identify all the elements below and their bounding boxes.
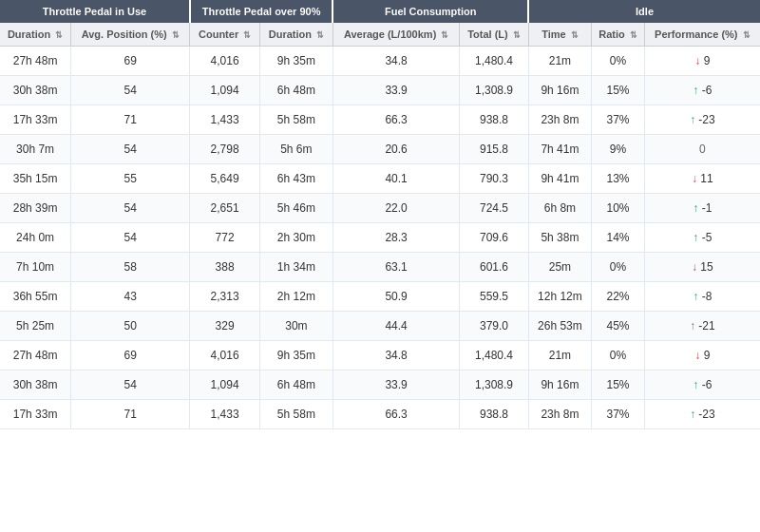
table-row: 30h 7m542,7985h 6m20.6915.87h 41m9%0 — [0, 135, 760, 164]
table-row: 5h 25m5032930m44.4379.026h 53m45% -21 — [0, 312, 760, 341]
cell-ratio: 15% — [592, 370, 644, 400]
cell-time: 26h 53m — [528, 312, 592, 341]
cell-perf: -23 — [644, 400, 760, 429]
group-throttle-over90: Throttle Pedal over 90% — [190, 0, 333, 23]
cell-total-fuel: 379.0 — [460, 312, 528, 341]
cell-counter: 4,016 — [190, 47, 260, 76]
cell-time: 9h 41m — [528, 164, 592, 194]
perf-arrow-up — [693, 290, 698, 303]
col-duration2[interactable]: Duration ⇅ — [259, 23, 332, 47]
cell-avg-fuel: 50.9 — [332, 282, 460, 312]
cell-total-fuel: 559.5 — [460, 282, 528, 312]
cell-dur1: 7h 10m — [0, 253, 71, 282]
table-row: 35h 15m555,6496h 43m40.1790.39h 41m13% 1… — [0, 164, 760, 194]
group-idle: Idle — [528, 0, 760, 23]
cell-avg-fuel: 33.9 — [332, 76, 460, 105]
col-total-fuel[interactable]: Total (L) ⇅ — [460, 23, 528, 47]
table-row: 27h 48m694,0169h 35m34.81,480.421m0% 9 — [0, 341, 760, 370]
cell-ratio: 15% — [592, 76, 644, 105]
perf-arrow-up — [690, 113, 695, 126]
sort-icon-counter: ⇅ — [243, 30, 251, 40]
perf-arrow-up — [693, 231, 698, 244]
cell-counter: 388 — [190, 253, 260, 282]
cell-avg-fuel: 44.4 — [332, 312, 460, 341]
cell-perf: -6 — [644, 76, 760, 105]
cell-avg-fuel: 66.3 — [332, 105, 460, 135]
cell-total-fuel: 1,480.4 — [460, 341, 528, 370]
cell-avg: 71 — [71, 105, 190, 135]
sort-icon-avg: ⇅ — [172, 30, 180, 40]
cell-dur2: 5h 58m — [259, 105, 332, 135]
col-avg-position[interactable]: Avg. Position (%) ⇅ — [71, 23, 190, 47]
cell-ratio: 10% — [592, 194, 644, 223]
cell-dur2: 9h 35m — [259, 47, 332, 76]
cell-avg: 50 — [71, 312, 190, 341]
cell-ratio: 0% — [592, 47, 644, 76]
group-header-row: Throttle Pedal in Use Throttle Pedal ove… — [0, 0, 760, 23]
cell-dur1: 5h 25m — [0, 312, 71, 341]
sort-icon-totalfuel: ⇅ — [513, 30, 521, 40]
perf-arrow-up — [690, 319, 695, 332]
perf-arrow-down — [694, 349, 700, 362]
cell-dur1: 27h 48m — [0, 341, 71, 370]
cell-counter: 329 — [190, 312, 260, 341]
cell-time: 21m — [528, 341, 592, 370]
cell-ratio: 0% — [592, 253, 644, 282]
cell-ratio: 13% — [592, 164, 644, 194]
col-avg-fuel[interactable]: Average (L/100km) ⇅ — [332, 23, 460, 47]
cell-total-fuel: 724.5 — [460, 194, 528, 223]
cell-ratio: 22% — [592, 282, 644, 312]
cell-dur1: 30h 38m — [0, 76, 71, 105]
cell-time: 21m — [528, 47, 592, 76]
cell-total-fuel: 938.8 — [460, 105, 528, 135]
cell-dur2: 9h 35m — [259, 341, 332, 370]
col-header-row: Duration ⇅ Avg. Position (%) ⇅ Counter ⇅… — [0, 23, 760, 47]
table-row: 27h 48m694,0169h 35m34.81,480.421m0% 9 — [0, 47, 760, 76]
cell-counter: 2,798 — [190, 135, 260, 164]
cell-ratio: 0% — [592, 341, 644, 370]
cell-perf: 9 — [644, 341, 760, 370]
cell-counter: 1,094 — [190, 370, 260, 400]
cell-avg-fuel: 28.3 — [332, 223, 460, 253]
cell-counter: 2,651 — [190, 194, 260, 223]
cell-ratio: 14% — [592, 223, 644, 253]
cell-perf: 15 — [644, 253, 760, 282]
cell-dur2: 5h 6m — [259, 135, 332, 164]
cell-time: 9h 16m — [528, 76, 592, 105]
perf-arrow-up — [693, 201, 698, 215]
cell-time: 23h 8m — [528, 400, 592, 429]
sort-icon-dur2: ⇅ — [316, 30, 324, 40]
cell-perf: -8 — [644, 282, 760, 312]
table-row: 28h 39m542,6515h 46m22.0724.56h 8m10% -1 — [0, 194, 760, 223]
cell-dur1: 17h 33m — [0, 105, 71, 135]
cell-dur1: 35h 15m — [0, 164, 71, 194]
cell-dur2: 30m — [259, 312, 332, 341]
cell-dur2: 1h 34m — [259, 253, 332, 282]
sort-icon-avgfuel: ⇅ — [441, 30, 448, 40]
cell-ratio: 37% — [592, 105, 644, 135]
perf-arrow-up — [693, 378, 698, 391]
cell-time: 7h 41m — [528, 135, 592, 164]
perf-arrow-up — [693, 84, 698, 97]
main-table-container: Throttle Pedal in Use Throttle Pedal ove… — [0, 0, 760, 429]
col-counter[interactable]: Counter ⇅ — [190, 23, 260, 47]
cell-avg: 71 — [71, 400, 190, 429]
cell-perf: -5 — [644, 223, 760, 253]
cell-dur2: 5h 58m — [259, 400, 332, 429]
cell-ratio: 9% — [592, 135, 644, 164]
cell-avg-fuel: 40.1 — [332, 164, 460, 194]
cell-avg: 54 — [71, 223, 190, 253]
cell-dur1: 30h 7m — [0, 135, 71, 164]
col-duration1[interactable]: Duration ⇅ — [0, 23, 71, 47]
col-time[interactable]: Time ⇅ — [528, 23, 592, 47]
cell-avg: 58 — [71, 253, 190, 282]
cell-total-fuel: 1,308.9 — [460, 76, 528, 105]
cell-avg: 43 — [71, 282, 190, 312]
col-performance[interactable]: Performance (%) ⇅ — [644, 23, 760, 47]
cell-total-fuel: 709.6 — [460, 223, 528, 253]
col-ratio[interactable]: Ratio ⇅ — [592, 23, 644, 47]
cell-avg-fuel: 34.8 — [332, 47, 460, 76]
sort-icon-dur1: ⇅ — [55, 30, 63, 40]
cell-dur2: 5h 46m — [259, 194, 332, 223]
cell-avg: 54 — [71, 76, 190, 105]
